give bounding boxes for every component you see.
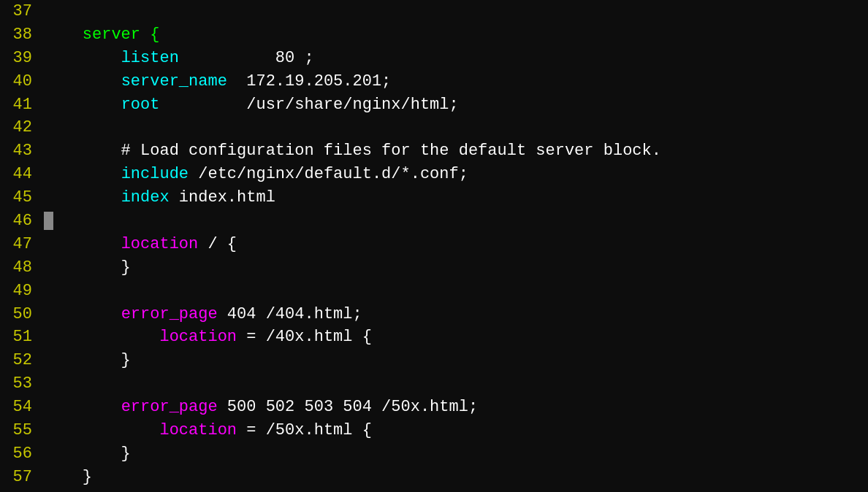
code-line: 56 } (0, 442, 868, 466)
line-number: 55 (0, 419, 44, 442)
code-line: 52 } (0, 349, 868, 372)
token: 172.19.205.201; (227, 72, 391, 91)
code-line: 39 listen 80 ; (0, 47, 868, 70)
line-content: location = /50x.html { (44, 419, 372, 442)
token: location (159, 421, 237, 439)
code-editor: 37 38 server {39 listen 80 ;40 server_na… (0, 0, 868, 492)
token: 500 502 503 504 /50x.html; (218, 398, 478, 416)
code-line: 46 (0, 210, 868, 233)
token: server_name (121, 72, 227, 91)
line-number: 42 (0, 116, 44, 139)
line-number: 57 (0, 466, 44, 489)
token: error_page (121, 305, 218, 323)
code-line: 42 (0, 116, 868, 139)
code-line: 50 error_page 404 /404.html; (0, 303, 868, 326)
token (44, 421, 159, 439)
line-number: 51 (0, 326, 44, 349)
line-content (44, 372, 53, 396)
code-line: 48 } (0, 256, 868, 280)
line-content: } (44, 442, 131, 466)
line-number: 53 (0, 372, 44, 396)
token: location (159, 328, 237, 346)
token: } (44, 468, 92, 486)
token: = /40x.html { (237, 328, 372, 346)
line-number: 38 (0, 23, 44, 47)
code-line: 41 root /usr/share/nginx/html; (0, 93, 868, 117)
line-content: index index.html (44, 186, 275, 210)
token (44, 398, 121, 416)
token: error_page (121, 398, 218, 416)
line-number: 47 (0, 233, 44, 256)
token (44, 96, 121, 114)
token: index.html (170, 188, 275, 207)
line-number: 56 (0, 442, 44, 466)
line-number: 46 (0, 210, 44, 233)
line-content: } (44, 349, 131, 372)
line-number: 37 (0, 0, 44, 23)
line-content (44, 280, 53, 303)
token: /usr/share/nginx/html; (159, 96, 458, 114)
token: } (44, 445, 131, 463)
line-number: 41 (0, 93, 44, 117)
line-content (44, 210, 53, 233)
line-number: 48 (0, 256, 44, 280)
code-line: 51 location = /40x.html { (0, 326, 868, 349)
line-content: location = /40x.html { (44, 326, 372, 349)
code-line: 45 index index.html (0, 186, 868, 210)
code-line: 47 location / { (0, 233, 868, 256)
token: / { (198, 235, 237, 253)
token: } (44, 351, 131, 369)
token: = /50x.html { (237, 421, 372, 439)
code-line: 55 location = /50x.html { (0, 419, 868, 442)
token (44, 212, 53, 230)
code-line: 44 include /etc/nginx/default.d/*.conf; (0, 163, 868, 186)
line-number: 40 (0, 70, 44, 93)
line-content: location / { (44, 233, 237, 256)
line-content: } (44, 256, 131, 280)
code-line: 43 # Load configuration files for the de… (0, 139, 868, 163)
line-number: 52 (0, 349, 44, 372)
token: 404 /404.html; (218, 305, 362, 323)
line-content (44, 489, 53, 492)
code-line: 38 server { (0, 23, 868, 47)
code-line: 54 error_page 500 502 503 504 /50x.html; (0, 396, 868, 419)
token (44, 49, 121, 67)
line-content: server_name 172.19.205.201; (44, 70, 391, 93)
token: index (121, 188, 170, 207)
code-line: 58 (0, 489, 868, 492)
line-number: 39 (0, 47, 44, 70)
line-number: 54 (0, 396, 44, 419)
token: /etc/nginx/default.d/*.conf; (189, 165, 468, 183)
line-content: error_page 500 502 503 504 /50x.html; (44, 396, 478, 419)
line-content: listen 80 ; (44, 47, 314, 70)
line-content: error_page 404 /404.html; (44, 303, 362, 326)
token: # Load configuration files for the defau… (44, 142, 661, 160)
code-line: 57 } (0, 466, 868, 489)
line-number: 49 (0, 280, 44, 303)
code-line: 49 (0, 280, 868, 303)
token: 80 ; (179, 49, 314, 67)
line-number: 58 (0, 489, 44, 492)
line-content: # Load configuration files for the defau… (44, 139, 661, 163)
token (44, 165, 121, 183)
token (44, 305, 121, 323)
line-number: 50 (0, 303, 44, 326)
line-number: 44 (0, 163, 44, 186)
line-content: include /etc/nginx/default.d/*.conf; (44, 163, 468, 186)
line-content (44, 0, 53, 23)
line-content: root /usr/share/nginx/html; (44, 93, 459, 117)
line-number: 43 (0, 139, 44, 163)
token (44, 235, 121, 253)
token (44, 328, 159, 346)
token: location (121, 235, 199, 253)
token: } (44, 258, 131, 277)
token: server { (44, 26, 159, 44)
code-line: 40 server_name 172.19.205.201; (0, 70, 868, 93)
line-content: server { (44, 23, 159, 47)
line-number: 45 (0, 186, 44, 210)
token: include (121, 165, 189, 183)
token: listen (121, 49, 179, 67)
token (44, 72, 121, 91)
token (44, 188, 121, 207)
token: root (121, 96, 160, 114)
